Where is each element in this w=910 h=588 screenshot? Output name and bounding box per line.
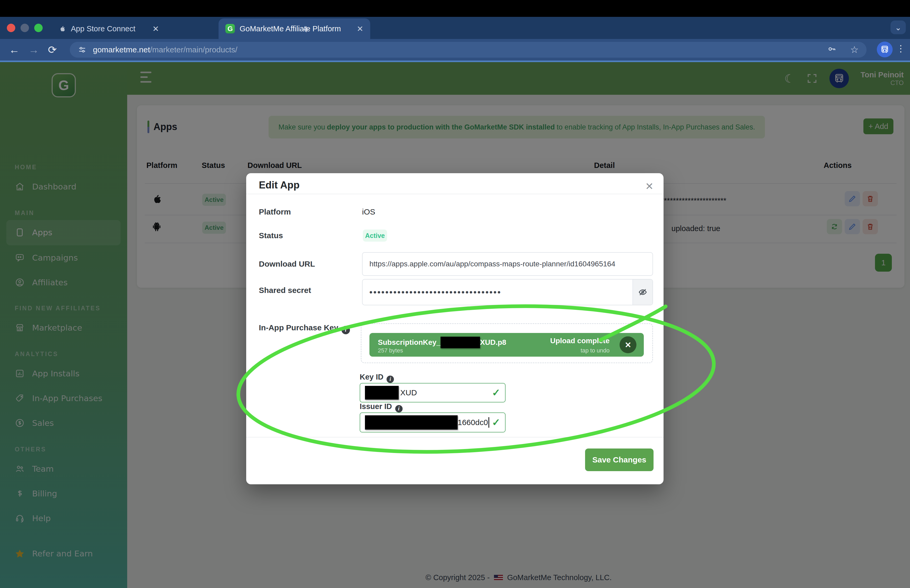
bookmark-star-icon[interactable]: ☆ [850,44,859,55]
gomarketme-favicon-icon: G [225,24,235,34]
site-settings-icon[interactable] [78,45,87,54]
shared-secret-label: Shared secret [259,286,311,295]
redacted-text [441,337,480,348]
modal-title: Edit App [259,179,300,191]
download-url-input[interactable]: https://apps.apple.com/au/app/compass-ma… [362,252,653,276]
save-changes-button[interactable]: Save Changes [585,449,653,471]
tab-app-store-connect[interactable]: App Store Connect ✕ [51,18,166,39]
window-zoom-button[interactable] [34,24,43,32]
forward-icon[interactable]: → [28,44,39,56]
uploaded-file-chip[interactable]: SubscriptionKey_XUD.p8 257 bytes Upload … [369,333,644,357]
apple-favicon-icon [58,24,66,33]
modal-close-icon[interactable]: ✕ [643,178,656,194]
file-size: 257 bytes [378,347,403,354]
download-url-value: https://apps.apple.com/au/app/compass-ma… [369,260,615,268]
status-label: Status [259,231,283,240]
remove-file-button[interactable]: ✕ [619,336,637,353]
platform-label: Platform [259,207,291,216]
tab-gomarketme[interactable]: G GoMarketMe Affiliate Platform ✕ [218,18,370,39]
issuer-id-input[interactable]: 1660dc0 ✓ [360,412,506,433]
issuer-id-value: 1660dc0 [457,418,488,427]
url-bar[interactable]: gomarketme.net/marketer/main/products/ ☆ [70,42,866,58]
shared-secret-value: ••••••••••••••••••••••••••••••••• [369,288,502,297]
upload-dropzone[interactable]: SubscriptionKey_XUD.p8 257 bytes Upload … [361,323,653,363]
tab-title: App Store Connect [71,24,135,33]
key-id-label: Key IDi [360,373,394,383]
redacted-text [365,386,399,399]
back-icon[interactable]: ← [9,44,19,56]
shared-secret-input[interactable]: ••••••••••••••••••••••••••••••••• [362,279,653,305]
issuer-id-label: Issuer IDi [360,402,402,412]
key-id-value: XUD [400,388,417,397]
info-icon[interactable]: i [341,326,350,334]
tab-search-button[interactable]: ⌄ [891,21,906,34]
iap-key-label: In-App Purchase Keyi [259,323,350,334]
download-url-label: Download URL [259,260,315,268]
tab-close-icon[interactable]: ✕ [152,24,159,34]
modal-divider [246,194,664,194]
tab-close-icon[interactable]: ✕ [357,24,364,34]
info-icon[interactable]: i [395,405,402,412]
text-cursor [488,417,489,428]
browser-menu-icon[interactable]: ⋮ [896,43,905,54]
key-id-input[interactable]: XUD ✓ [360,383,506,402]
tab-strip: App Store Connect ✕ G GoMarketMe Affilia… [0,17,910,39]
undo-hint: tap to undo [580,347,609,354]
bus-avatar-icon [880,44,890,55]
url-path: /marketer/main/products/ [150,45,238,54]
macos-menubar [0,0,910,17]
browser-toolbar: ← → ⟳ gomarketme.net/marketer/main/produ… [0,39,910,61]
screen: App Store Connect ✕ G GoMarketMe Affilia… [0,0,910,588]
tab-title: GoMarketMe Affiliate Platform [239,24,341,33]
valid-check-icon: ✓ [492,417,500,428]
url-domain: gomarketme.net [93,45,150,54]
upload-status: Upload complete [550,337,609,345]
browser-profile-avatar[interactable] [877,42,892,57]
new-tab-button[interactable]: + [303,23,310,36]
window-minimize-button[interactable] [21,24,29,32]
valid-check-icon: ✓ [492,387,500,399]
status-badge: Active [363,229,387,242]
window-close-button[interactable] [7,24,15,32]
modal-footer-divider [246,437,664,438]
reload-icon[interactable]: ⟳ [48,44,57,56]
platform-value: iOS [362,207,375,216]
edit-app-modal: Edit App ✕ Platform iOS Status Active Do… [246,173,664,484]
toggle-visibility-button[interactable] [632,279,653,305]
redacted-text [365,415,457,430]
info-icon[interactable]: i [386,376,394,383]
browser-chrome: App Store Connect ✕ G GoMarketMe Affilia… [0,17,910,61]
eye-off-icon [638,287,648,297]
password-key-icon[interactable] [827,45,837,55]
file-name: SubscriptionKey_XUD.p8 [378,337,506,348]
